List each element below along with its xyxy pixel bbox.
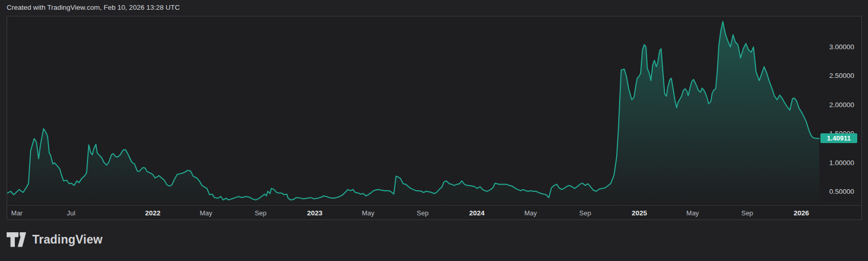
time-tick-may: May — [200, 209, 212, 217]
price-tick-3.00000: 3.00000 — [829, 43, 854, 50]
last-price-badge: 1.40911 — [820, 133, 857, 143]
time-tick-sep: Sep — [741, 209, 753, 217]
time-tick-jul: Jul — [67, 209, 76, 217]
time-tick-2026: 2026 — [794, 209, 809, 217]
tradingview-logo[interactable]: TradingView — [7, 232, 102, 247]
time-tick-may: May — [686, 209, 699, 217]
tradingview-logo-text: TradingView — [32, 233, 102, 247]
chart-frame: MarJul2022MaySep2023MaySep2024MaySep2025… — [7, 16, 862, 220]
area-fill — [8, 22, 819, 205]
price-axis[interactable]: 0.500001.000001.500002.000002.500003.000… — [800, 16, 861, 205]
time-tick-2022: 2022 — [145, 209, 160, 217]
price-tick-0.50000: 0.50000 — [829, 188, 854, 195]
time-tick-sep: Sep — [417, 209, 428, 217]
tradingview-chart-page: Created with TradingView.com, Feb 10, 20… — [0, 0, 868, 261]
tradingview-logo-icon — [7, 232, 26, 247]
time-tick-2025: 2025 — [632, 209, 647, 217]
time-tick-2023: 2023 — [307, 209, 322, 217]
price-tick-2.00000: 2.00000 — [829, 101, 854, 108]
time-tick-2024: 2024 — [469, 209, 485, 217]
time-axis[interactable]: MarJul2022MaySep2023MaySep2024MaySep2025… — [7, 206, 861, 220]
time-tick-may: May — [362, 209, 375, 217]
attribution-text: Created with TradingView.com, Feb 10, 20… — [7, 4, 180, 11]
time-tick-mar: Mar — [11, 209, 23, 217]
price-area-chart[interactable] — [7, 16, 861, 205]
time-tick-sep: Sep — [579, 209, 591, 217]
price-tick-1.00000: 1.00000 — [829, 158, 854, 166]
time-tick-sep: Sep — [255, 209, 267, 217]
time-tick-may: May — [524, 209, 537, 217]
price-tick-2.50000: 2.50000 — [829, 72, 854, 79]
